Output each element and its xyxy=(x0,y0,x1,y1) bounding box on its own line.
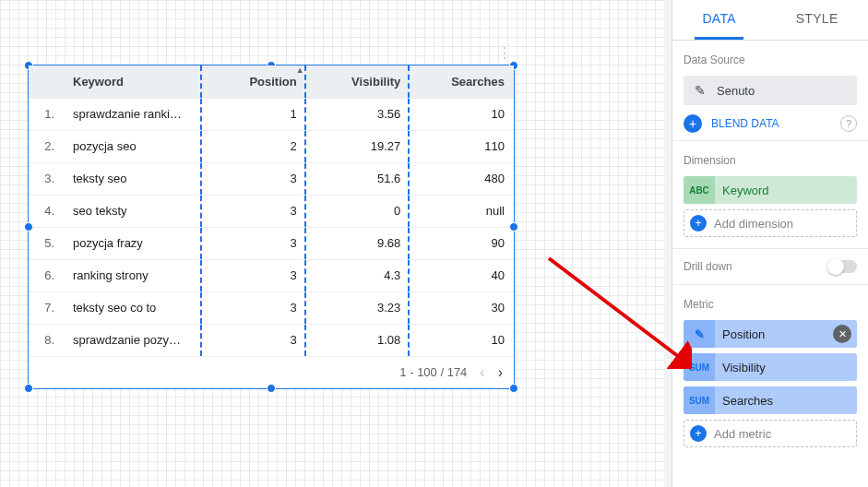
pencil-icon: ✎ xyxy=(691,81,709,100)
data-source-section: Data Source ✎ Senuto + BLEND DATA ? xyxy=(672,41,868,141)
table-cell: 2 xyxy=(202,130,306,162)
metric-chip[interactable]: SUMVisibility xyxy=(684,353,857,381)
data-source-name: Senuto xyxy=(717,84,755,98)
metric-chip[interactable]: SUMSearches xyxy=(684,386,857,414)
table-cell: 90 xyxy=(410,227,514,259)
table-row[interactable]: 3.teksty seo351.6480 xyxy=(29,162,514,195)
dimension-chip[interactable]: ABC Keyword xyxy=(684,176,857,204)
table-cell: 3.56 xyxy=(306,98,410,130)
table-cell: 1 xyxy=(202,98,306,130)
metric-section: Metric ✎Position✕SUMVisibilitySUMSearche… xyxy=(672,285,868,458)
table-cell: 7. xyxy=(29,291,64,324)
table-cell: 19.27 xyxy=(306,130,410,162)
table-cell: 2. xyxy=(29,130,64,162)
help-icon[interactable]: ? xyxy=(840,115,857,132)
metric-label: Searches xyxy=(715,394,857,408)
table-row[interactable]: 7.teksty seo co to33.2330 xyxy=(29,291,514,324)
table-cell: 6. xyxy=(29,259,64,291)
drill-down-section: Drill down xyxy=(672,249,868,285)
table-cell: pozycja frazy xyxy=(64,227,202,259)
plus-icon: + xyxy=(684,114,702,133)
table-row[interactable]: 5.pozycja frazy39.6890 xyxy=(29,227,514,259)
table-cell: 3 xyxy=(202,291,306,324)
table-cell: ranking strony xyxy=(64,259,202,291)
add-dimension-button[interactable]: + Add dimension xyxy=(684,209,857,237)
table-cell: teksty seo xyxy=(64,162,202,195)
table-cell: 9.68 xyxy=(306,227,410,259)
table-cell: 3 xyxy=(202,195,306,227)
table-cell: 3 xyxy=(202,227,306,259)
column-header[interactable]: Visibility xyxy=(306,65,410,98)
table-cell: 10 xyxy=(410,324,514,356)
pager-next-icon[interactable]: › xyxy=(498,364,503,381)
dimension-section: Dimension ABC Keyword + Add dimension xyxy=(672,141,868,249)
table-cell: 4.3 xyxy=(306,259,410,291)
table-cell: 30 xyxy=(410,291,514,324)
remove-icon[interactable]: ✕ xyxy=(833,325,851,343)
plus-icon: + xyxy=(690,215,707,232)
table-row[interactable]: 4.seo teksty30null xyxy=(29,195,514,227)
column-header[interactable]: Position xyxy=(202,65,306,98)
table-cell: null xyxy=(410,195,514,227)
scrollbar[interactable] xyxy=(664,0,672,487)
table-row[interactable]: 1.sprawdzanie ranki…13.5610 xyxy=(29,98,514,130)
table-cell: 1.08 xyxy=(306,324,410,356)
tab-data[interactable]: DATA xyxy=(695,0,743,40)
metric-label: Position xyxy=(715,327,833,341)
metric-chip[interactable]: ✎Position✕ xyxy=(684,320,857,348)
add-metric-button[interactable]: + Add metric xyxy=(684,420,857,447)
pager-prev-icon[interactable]: ‹ xyxy=(480,364,484,381)
table-cell: 110 xyxy=(410,130,514,162)
column-header[interactable]: Keyword xyxy=(64,65,202,98)
table-row[interactable]: 2.pozycja seo219.27110 xyxy=(29,130,514,162)
table-cell: 5. xyxy=(29,227,64,259)
table-cell: 480 xyxy=(410,162,514,195)
svg-line-0 xyxy=(549,258,683,360)
data-source-chip[interactable]: ✎ Senuto xyxy=(684,76,857,105)
table-chart[interactable]: ⋮ KeywordPositionVisibilitySearches 1.sp… xyxy=(28,65,515,389)
aggregation-badge: SUM xyxy=(684,386,715,414)
table-row[interactable]: 8.sprawdzanie pozy…31.0810 xyxy=(29,324,514,356)
dimension-label: Keyword xyxy=(715,184,857,197)
table-cell: 8. xyxy=(29,324,64,356)
table-cell: 3 xyxy=(202,162,306,195)
type-badge: ABC xyxy=(684,176,715,204)
column-header[interactable]: Searches xyxy=(410,65,514,98)
table-cell: 4. xyxy=(29,195,64,227)
more-vert-icon[interactable]: ⋮ xyxy=(495,43,514,62)
resize-handle[interactable] xyxy=(267,384,276,393)
pager-range: 1 - 100 / 174 xyxy=(399,365,467,379)
aggregation-badge: SUM xyxy=(684,353,715,381)
table-cell: sprawdzanie pozy… xyxy=(64,324,202,356)
resize-handle[interactable] xyxy=(24,384,33,393)
properties-panel: DATA STYLE Data Source ✎ Senuto + BLEND … xyxy=(672,0,868,487)
table-cell: 1. xyxy=(29,98,64,130)
metric-label: Visibility xyxy=(715,361,857,374)
table-cell: 3. xyxy=(29,162,64,195)
table-cell: seo teksty xyxy=(64,195,202,227)
column-header[interactable] xyxy=(29,65,64,98)
plus-icon: + xyxy=(690,425,707,442)
table-cell: 3.23 xyxy=(306,291,410,324)
table-cell: pozycja seo xyxy=(64,130,202,162)
table-cell: 3 xyxy=(202,259,306,291)
panel-tabs: DATA STYLE xyxy=(672,0,868,41)
drill-down-toggle[interactable] xyxy=(829,260,857,273)
drill-down-label: Drill down xyxy=(684,260,732,273)
table-cell: 40 xyxy=(410,259,514,291)
resize-handle[interactable] xyxy=(509,384,518,393)
section-title: Metric xyxy=(684,298,857,311)
table-cell: 0 xyxy=(306,195,410,227)
table-cell: 51.6 xyxy=(306,162,410,195)
tab-style[interactable]: STYLE xyxy=(789,0,846,40)
pencil-icon: ✎ xyxy=(684,320,715,348)
table-row[interactable]: 6.ranking strony34.340 xyxy=(29,259,514,291)
section-title: Dimension xyxy=(684,154,857,167)
blend-data-button[interactable]: + BLEND DATA ? xyxy=(684,114,857,133)
table-cell: sprawdzanie ranki… xyxy=(64,98,202,130)
table-cell: 10 xyxy=(410,98,514,130)
section-title: Data Source xyxy=(684,53,857,66)
data-table: KeywordPositionVisibilitySearches 1.spra… xyxy=(29,65,514,357)
report-canvas[interactable]: ⋮ KeywordPositionVisibilitySearches 1.sp… xyxy=(0,0,664,487)
table-cell: teksty seo co to xyxy=(64,291,202,324)
